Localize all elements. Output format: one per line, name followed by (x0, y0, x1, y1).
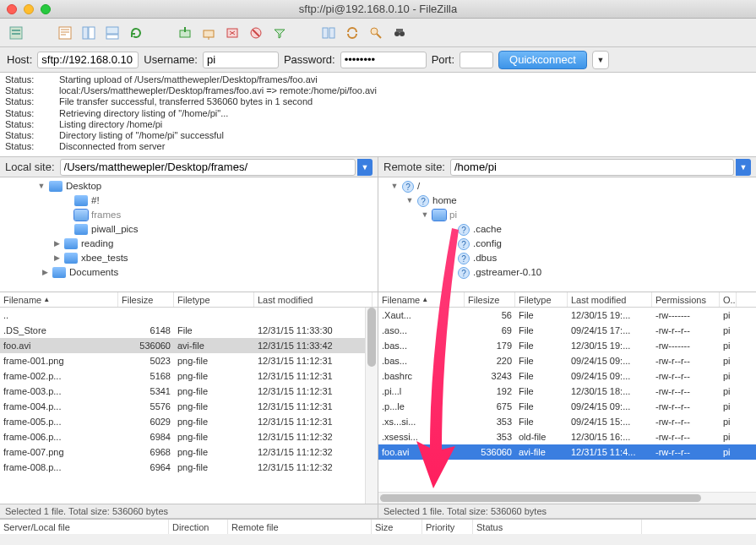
process-queue-icon[interactable] (176, 24, 194, 42)
local-pane: Local site: ▼ ▼ Desktop #! frames pi (0, 157, 378, 519)
tree-item[interactable]: ▼ ? / (378, 179, 756, 193)
tree-item[interactable]: ? .config (378, 237, 756, 251)
file-row[interactable]: frame-002.p... 5168 png-file 12/31/15 11… (0, 368, 378, 384)
remote-path-dropdown-icon[interactable]: ▼ (736, 159, 751, 176)
tree-item[interactable]: ▶ xbee_tests (0, 251, 378, 265)
remote-filelist[interactable]: FilenameFilesizeFiletypeLast modifiedPer… (378, 292, 756, 504)
file-row[interactable]: .Xaut... 56 File 12/30/15 19:... -rw----… (378, 308, 756, 323)
queue-column-header[interactable]: Priority (422, 520, 473, 534)
file-row[interactable]: .bashrc 3243 File 09/24/15 09:... -rw-r-… (378, 368, 756, 384)
log-row: Status:Starting upload of /Users/matthew… (5, 74, 751, 85)
column-header[interactable]: Filesize (118, 292, 174, 307)
remote-tree[interactable]: ▼ ? / ▼ ? home ▼ pi ? .cache ? .config (378, 177, 756, 292)
refresh-icon[interactable] (127, 24, 145, 42)
tree-item[interactable]: ▼ pi (378, 208, 756, 222)
file-row[interactable]: frame-001.png 5023 png-file 12/31/15 11:… (0, 353, 378, 368)
reconnect-icon[interactable] (247, 24, 265, 42)
log-row: Status:Directory listing of "/home/pi" s… (5, 130, 751, 141)
tree-item-label: .config (473, 237, 502, 251)
queue-column-header[interactable]: Direction (169, 520, 228, 534)
file-row[interactable]: frame-007.png 6968 png-file 12/31/15 11:… (0, 444, 378, 460)
local-scrollbar[interactable] (365, 308, 378, 504)
column-header[interactable]: Filename (0, 292, 118, 307)
disclosure-icon[interactable]: ▶ (41, 265, 49, 280)
file-row[interactable]: .DS_Store 6148 File 12/31/15 11:33:30 (0, 323, 378, 338)
tree-item[interactable]: ? .gstreamer-0.10 (378, 265, 756, 280)
local-tree[interactable]: ▼ Desktop #! frames piwall_pics ▶ read (0, 177, 378, 292)
file-row[interactable]: .xsessi... 353 old-file 12/30/15 16:... … (378, 429, 756, 444)
column-header[interactable]: Filesize (465, 292, 515, 307)
quickconnect-button[interactable]: Quickconnect (498, 51, 587, 69)
file-row[interactable]: .p...le 675 File 09/24/15 09:... -rw-r--… (378, 399, 756, 414)
queue-column-header[interactable]: Remote file (228, 520, 372, 534)
column-header[interactable]: Permissions (652, 292, 720, 307)
sync-browse-icon[interactable] (343, 24, 362, 42)
username-label: Username: (144, 53, 198, 66)
column-header[interactable]: Last modified (254, 292, 373, 307)
file-row[interactable]: .xs...si... 353 File 09/24/15 15:... -rw… (378, 414, 756, 429)
column-header[interactable]: Filename (378, 292, 465, 307)
file-row[interactable]: .pi...l 192 File 12/30/15 18:... -rw-r--… (378, 384, 756, 399)
username-input[interactable] (203, 52, 279, 68)
file-row[interactable]: frame-006.p... 6984 png-file 12/31/15 11… (0, 429, 378, 444)
tree-item[interactable]: ▼ ? home (378, 193, 756, 208)
toggle-tree-icon[interactable] (79, 24, 98, 42)
queue-column-header[interactable]: Size (372, 520, 422, 534)
file-row[interactable]: frame-003.p... 5341 png-file 12/31/15 11… (0, 384, 378, 399)
disclosure-icon[interactable]: ▼ (390, 179, 399, 193)
remote-path-input[interactable] (450, 159, 734, 176)
disconnect-icon[interactable] (223, 24, 242, 42)
folder-icon (74, 224, 88, 235)
file-row[interactable]: .bas... 220 File 09/24/15 09:... -rw-r--… (378, 353, 756, 368)
column-header[interactable]: O... (720, 292, 737, 307)
tree-item[interactable]: piwall_pics (0, 222, 378, 237)
toggle-queue-icon[interactable] (103, 24, 122, 42)
remote-hscrollbar[interactable] (378, 492, 756, 504)
file-row[interactable]: .bas... 179 File 12/30/15 19:... -rw----… (378, 338, 756, 353)
queue-column-header[interactable]: Status (473, 520, 642, 534)
quickconnect-history-dropdown[interactable]: ▼ (592, 51, 609, 69)
tree-item[interactable]: #! (0, 193, 378, 208)
tree-item[interactable]: ▶ reading (0, 237, 378, 251)
search-icon[interactable] (367, 24, 385, 42)
disclosure-icon[interactable]: ▶ (52, 251, 61, 265)
host-input[interactable] (37, 52, 139, 68)
disclosure-icon[interactable]: ▼ (405, 193, 414, 208)
site-manager-icon[interactable] (7, 24, 25, 42)
column-header[interactable]: Filetype (174, 292, 254, 307)
tree-item[interactable]: ▶ Documents (0, 265, 378, 280)
file-row[interactable]: .. (0, 308, 378, 323)
column-header[interactable]: Last modified (568, 292, 652, 307)
local-path-input[interactable] (60, 159, 356, 176)
filter-icon[interactable] (270, 24, 289, 42)
password-input[interactable] (340, 52, 427, 68)
tree-item[interactable]: ? .dbus (378, 251, 756, 265)
file-row[interactable]: foo.avi 536060 avi-file 12/31/15 11:4...… (378, 444, 756, 460)
file-row[interactable]: frame-004.p... 5576 png-file 12/31/15 11… (0, 399, 378, 414)
status-log[interactable]: Status:Starting upload of /Users/matthew… (0, 73, 756, 157)
file-row[interactable]: .aso... 69 File 09/24/15 17:... -rw-r--r… (378, 323, 756, 338)
local-path-dropdown-icon[interactable]: ▼ (357, 159, 373, 176)
local-filelist[interactable]: FilenameFilesizeFiletypeLast modified ..… (0, 292, 378, 504)
port-input[interactable] (460, 52, 493, 68)
folder-unknown-icon: ? (458, 238, 470, 250)
folder-icon (432, 210, 446, 221)
file-row[interactable]: foo.avi 536060 avi-file 12/31/15 11:33:4… (0, 338, 378, 353)
cancel-icon[interactable] (199, 24, 218, 42)
disclosure-icon[interactable]: ▼ (37, 179, 46, 193)
column-header[interactable]: Filetype (515, 292, 568, 307)
file-row[interactable]: frame-005.p... 6029 png-file 12/31/15 11… (0, 414, 378, 429)
svg-rect-4 (83, 27, 88, 39)
compare-icon[interactable] (319, 24, 338, 42)
binoculars-icon[interactable] (390, 24, 409, 42)
remote-site-label: Remote site: (383, 161, 445, 173)
svg-rect-5 (89, 27, 95, 39)
tree-item[interactable]: ? .cache (378, 222, 756, 237)
toggle-log-icon[interactable] (56, 24, 74, 42)
file-row[interactable]: frame-008.p... 6964 png-file 12/31/15 11… (0, 460, 378, 475)
tree-item[interactable]: ▼ Desktop (0, 179, 378, 193)
disclosure-icon[interactable]: ▼ (421, 208, 429, 222)
disclosure-icon[interactable]: ▶ (52, 237, 61, 251)
queue-column-header[interactable]: Server/Local file (0, 520, 169, 534)
tree-item[interactable]: frames (0, 208, 378, 222)
